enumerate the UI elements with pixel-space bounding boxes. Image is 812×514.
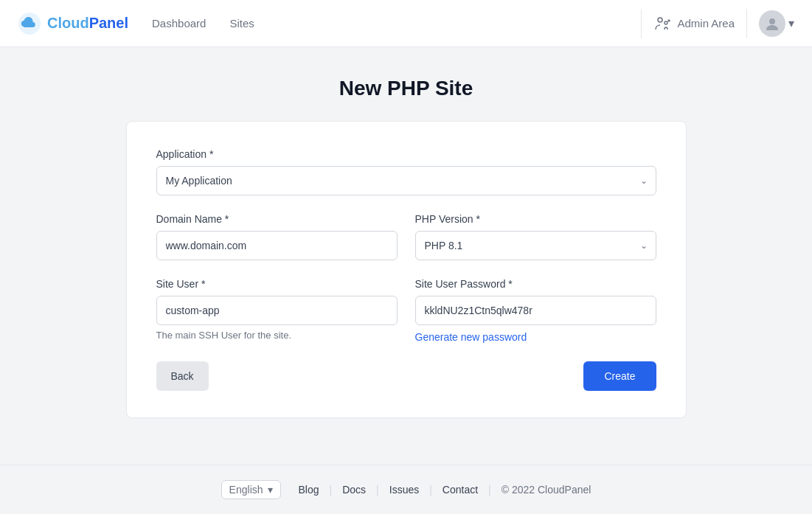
application-group: Application * My Application WordPress M… — [156, 148, 656, 195]
domain-php-row: Domain Name * PHP Version * PHP 8.1 PHP … — [156, 213, 656, 260]
site-user-password-input[interactable] — [415, 296, 656, 325]
header-left: CloudPanel Dashboard Sites — [18, 12, 254, 35]
site-user-password-group: Site User Password * Generate new passwo… — [415, 278, 656, 344]
form-card: Application * My Application WordPress M… — [126, 121, 687, 418]
user-menu[interactable]: ▾ — [759, 10, 794, 37]
back-button[interactable]: Back — [156, 361, 209, 391]
footer: English ▾ Blog | Docs | Issues | Contact… — [0, 465, 812, 514]
admin-area-label: Admin Area — [677, 17, 735, 29]
siteuser-password-row: Site User * The main SSH User for the si… — [156, 278, 656, 344]
logo-text: CloudPanel — [47, 15, 128, 32]
svg-point-3 — [769, 18, 775, 24]
user-dropdown-arrow: ▾ — [788, 16, 794, 30]
footer-separator: | — [429, 484, 432, 496]
footer-links: Blog | Docs | Issues | Contact | © 2022 … — [299, 484, 591, 496]
main-content: New PHP Site Application * My Applicatio… — [0, 47, 812, 465]
footer-separator: | — [376, 484, 379, 496]
form-actions: Back Create — [156, 361, 656, 391]
logo[interactable]: CloudPanel — [18, 12, 128, 35]
svg-point-2 — [664, 21, 667, 24]
header: CloudPanel Dashboard Sites Admin Area — [0, 0, 812, 47]
footer-link-contact[interactable]: Contact — [443, 484, 478, 496]
svg-point-1 — [658, 18, 662, 22]
site-user-hint: The main SSH User for the site. — [156, 330, 398, 341]
language-selector[interactable]: English ▾ — [221, 480, 281, 499]
domain-name-group: Domain Name * — [156, 213, 398, 260]
site-user-password-label: Site User Password * — [415, 278, 656, 290]
domain-name-label: Domain Name * — [156, 213, 398, 225]
language-label: English — [229, 484, 263, 496]
site-user-label: Site User * — [156, 278, 398, 290]
create-button[interactable]: Create — [583, 361, 656, 391]
php-version-select[interactable]: PHP 8.1 PHP 8.0 PHP 7.4 PHP 7.3 — [415, 231, 656, 260]
user-avatar — [759, 10, 785, 37]
php-version-group: PHP Version * PHP 8.1 PHP 8.0 PHP 7.4 PH… — [415, 213, 656, 260]
cloud-logo-icon — [18, 12, 41, 35]
footer-separator: | — [330, 484, 333, 496]
application-label: Application * — [156, 148, 656, 160]
avatar-icon — [764, 15, 780, 32]
footer-link-blog[interactable]: Blog — [299, 484, 319, 496]
header-separator — [641, 9, 642, 38]
footer-separator: | — [488, 484, 491, 496]
domain-name-input[interactable] — [156, 231, 398, 260]
nav-sites[interactable]: Sites — [229, 17, 254, 29]
footer-link-issues[interactable]: Issues — [389, 484, 419, 496]
language-chevron-icon: ▾ — [268, 484, 273, 496]
php-version-label: PHP Version * — [415, 213, 656, 225]
header-right: Admin Area ▾ — [641, 9, 794, 38]
admin-icon — [653, 15, 671, 32]
admin-area-button[interactable]: Admin Area — [653, 15, 735, 32]
site-user-group: Site User * The main SSH User for the si… — [156, 278, 398, 344]
nav-dashboard[interactable]: Dashboard — [152, 17, 206, 29]
php-version-select-wrapper: PHP 8.1 PHP 8.0 PHP 7.4 PHP 7.3 ⌄ — [415, 231, 656, 260]
header-separator-2 — [746, 9, 747, 38]
footer-copyright: © 2022 CloudPanel — [502, 484, 591, 496]
main-nav: Dashboard Sites — [152, 17, 254, 29]
application-select[interactable]: My Application WordPress Magento Laravel — [156, 166, 656, 195]
application-select-wrapper: My Application WordPress Magento Laravel… — [156, 166, 656, 195]
page-title: New PHP Site — [339, 77, 473, 100]
generate-password-link[interactable]: Generate new password — [415, 331, 527, 343]
site-user-input[interactable] — [156, 296, 398, 325]
footer-link-docs[interactable]: Docs — [342, 484, 366, 496]
